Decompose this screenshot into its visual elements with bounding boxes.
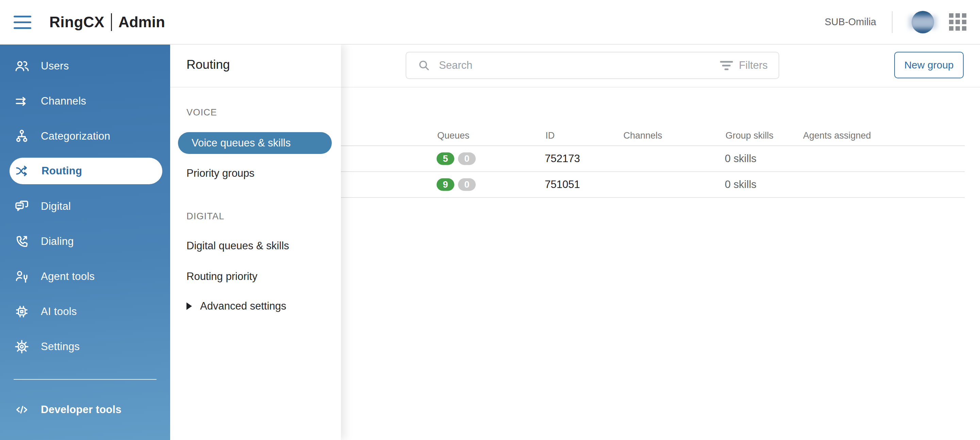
- main-content: Filters New group Queues ID Channels Gro…: [341, 45, 980, 440]
- agent-tools-icon: [14, 268, 30, 285]
- column-header-agents-assigned: Agents assigned: [803, 131, 871, 141]
- flyout-item-label: Advanced settings: [200, 300, 286, 312]
- sidebar-item-label: Routing: [41, 165, 82, 177]
- sidebar-item-label: Dialing: [41, 235, 74, 247]
- brand-name: RingCX: [49, 14, 105, 31]
- column-header-group-skills: Group skills: [725, 131, 773, 141]
- sidebar-item-label: AI tools: [41, 306, 77, 318]
- flyout-item-label: Voice queues & skills: [192, 137, 291, 149]
- queues-badges: 5 0: [437, 153, 476, 165]
- flyout-item-label: Routing priority: [186, 270, 257, 282]
- sidebar-item-label: Channels: [41, 95, 86, 107]
- flyout-section-voice: VOICE: [186, 107, 217, 118]
- account-name: SUB-Omilia: [825, 16, 876, 27]
- group-skills: 0 skills: [725, 153, 756, 165]
- table-row[interactable]: 9 0 751051 0 skills: [341, 172, 965, 198]
- sidebar-item-label: Categorization: [41, 130, 110, 142]
- top-bar: RingCX Admin SUB-Omilia: [0, 0, 980, 45]
- flyout-item-priority-groups[interactable]: Priority groups: [186, 167, 255, 180]
- apps-grid-icon[interactable]: [949, 13, 966, 31]
- users-icon: [14, 58, 30, 74]
- sidebar-nav: Users Channels Categorization Routing: [0, 48, 170, 364]
- active-queues-badge: 5: [437, 153, 454, 165]
- hamburger-menu-icon[interactable]: [14, 16, 31, 29]
- channels-icon: [14, 93, 30, 109]
- sidebar-divider: [14, 379, 156, 380]
- developer-tools-icon: [14, 402, 30, 418]
- sidebar-item-ai-tools[interactable]: AI tools: [0, 294, 170, 329]
- group-id: 751051: [545, 179, 580, 191]
- top-bar-right: SUB-Omilia: [825, 0, 966, 44]
- sidebar-item-dialing[interactable]: Dialing: [0, 224, 170, 259]
- group-id: 752173: [545, 153, 580, 165]
- sidebar-item-routing[interactable]: Routing: [10, 158, 162, 184]
- sidebar-item-label: Agent tools: [41, 270, 95, 283]
- flyout-section-digital: DIGITAL: [186, 211, 224, 222]
- sidebar-item-users[interactable]: Users: [0, 48, 170, 83]
- flyout-item-routing-priority[interactable]: Routing priority: [186, 270, 257, 283]
- primary-sidebar: Users Channels Categorization Routing: [0, 45, 170, 440]
- flyout-item-advanced-settings[interactable]: Advanced settings: [186, 300, 286, 312]
- queues-badges: 9 0: [437, 179, 476, 191]
- flyout-title-divider: [170, 87, 341, 88]
- sidebar-item-label: Settings: [41, 341, 80, 353]
- avatar-blur: [909, 16, 937, 29]
- filters-label: Filters: [739, 59, 768, 72]
- new-group-button[interactable]: New group: [894, 52, 964, 78]
- search-bar: Filters: [406, 52, 779, 79]
- table-row[interactable]: 5 0 752173 0 skills: [341, 146, 965, 172]
- flyout-title: Routing: [186, 57, 230, 72]
- sidebar-item-label: Users: [41, 60, 69, 72]
- sidebar-item-label: Digital: [41, 200, 71, 212]
- categorization-icon: [14, 128, 30, 144]
- user-avatar[interactable]: [912, 11, 934, 33]
- flyout-item-label: Digital queues & skills: [186, 240, 289, 252]
- settings-icon: [14, 338, 30, 355]
- app-logo: RingCX Admin: [49, 0, 165, 44]
- top-bar-divider: [892, 11, 892, 33]
- ringcx-admin-app: RingCX Admin SUB-Omilia Users: [0, 0, 980, 440]
- digital-icon: [14, 198, 30, 215]
- filters-button[interactable]: Filters: [720, 59, 768, 72]
- sidebar-item-agent-tools[interactable]: Agent tools: [0, 259, 170, 294]
- sidebar-item-categorization[interactable]: Categorization: [0, 118, 170, 154]
- search-input[interactable]: [438, 59, 720, 72]
- flyout-item-digital-queues-skills[interactable]: Digital queues & skills: [186, 240, 289, 252]
- flyout-item-voice-queues-skills[interactable]: Voice queues & skills: [178, 132, 332, 154]
- flyout-item-label: Priority groups: [186, 167, 255, 179]
- sidebar-item-settings[interactable]: Settings: [0, 329, 170, 364]
- sidebar-item-label: Developer tools: [41, 403, 121, 416]
- product-name: Admin: [118, 14, 165, 31]
- active-queues-badge: 9: [437, 179, 454, 191]
- routing-flyout-panel: Routing VOICE Voice queues & skills Prio…: [170, 45, 341, 440]
- table-header-row: Queues ID Channels Group skills Agents a…: [341, 126, 965, 145]
- group-table: 5 0 752173 0 skills 9 0 751051 0 skills: [341, 146, 965, 198]
- column-header-queues: Queues: [437, 131, 469, 141]
- filter-icon: [720, 61, 733, 70]
- triangle-right-icon: [186, 303, 192, 310]
- ai-tools-icon: [14, 303, 30, 320]
- search-icon: [417, 59, 431, 72]
- column-header-channels: Channels: [624, 131, 662, 141]
- routing-icon: [14, 163, 30, 179]
- column-header-id: ID: [546, 131, 555, 141]
- sidebar-item-digital[interactable]: Digital: [0, 189, 170, 224]
- sidebar-item-developer-tools[interactable]: Developer tools: [0, 393, 170, 427]
- paused-queues-badge: 0: [458, 179, 476, 191]
- group-skills: 0 skills: [725, 179, 756, 191]
- dialing-icon: [14, 233, 30, 250]
- sidebar-item-channels[interactable]: Channels: [0, 83, 170, 118]
- logo-separator: [111, 13, 112, 31]
- paused-queues-badge: 0: [458, 153, 476, 165]
- toolbar-divider: [341, 87, 980, 88]
